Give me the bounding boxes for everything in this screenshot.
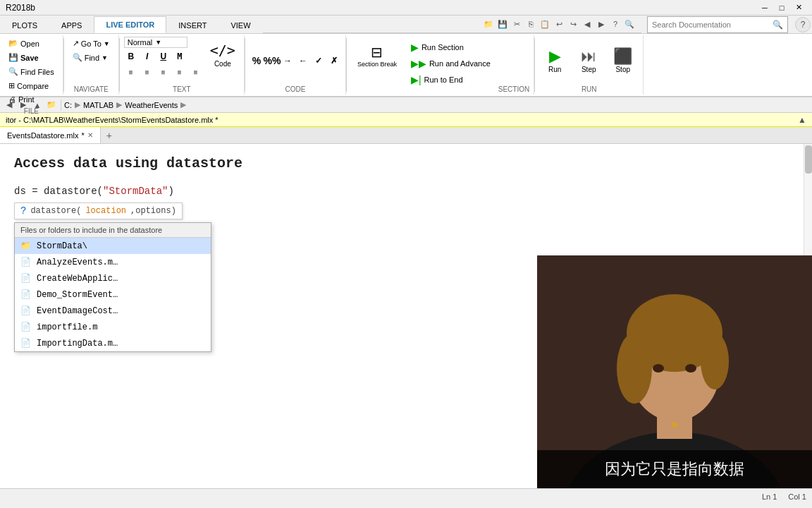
ribbon-group-section: ⊟ Section Break ▶ Run Section ▶▶ Run and… xyxy=(347,35,534,95)
redo-icon[interactable]: ↪ xyxy=(567,18,579,30)
section-break-button[interactable]: ⊟ Section Break xyxy=(351,37,403,75)
file-tab-0[interactable]: EventsDatastore.mlx * ✕ xyxy=(0,127,101,143)
tab-live-editor[interactable]: LIVE EDITOR xyxy=(94,16,166,33)
nav-up-icon[interactable]: ▲ xyxy=(31,99,44,111)
find-button[interactable]: 🔍 Find ▼ xyxy=(68,51,112,64)
align-left-button[interactable]: ≡ xyxy=(124,65,138,79)
filepath-bar: itor - C:\MATLAB\WeatherEvents\StormEven… xyxy=(0,113,812,127)
tab-insert[interactable]: INSERT xyxy=(166,16,219,33)
ribbon-group-code: % %% → ← ✓ ✗ CODE xyxy=(245,35,346,95)
ribbon-group-run: ▶ Run ⏭ Step ⬛ Stop RUN xyxy=(535,35,644,95)
step-button[interactable]: ⏭ Step xyxy=(573,44,604,77)
folder-icon[interactable]: 📁 xyxy=(482,18,495,30)
open-button[interactable]: 📂 Open xyxy=(4,37,44,50)
indent-in-button[interactable]: → xyxy=(281,54,295,68)
nav-back-icon[interactable]: ◀ xyxy=(581,18,593,30)
dropdown-item-0[interactable]: 📁 StormData\ xyxy=(15,238,211,254)
code-button[interactable]: </> Code xyxy=(206,37,240,72)
nav-right-icon[interactable]: ▶ xyxy=(17,99,30,111)
minimize-button[interactable]: ─ xyxy=(757,1,773,14)
save-button[interactable]: 💾 Save xyxy=(4,51,43,64)
paste-icon[interactable]: 📋 xyxy=(539,18,551,30)
help-docs-icon[interactable]: ? xyxy=(795,17,811,32)
run-section-button[interactable]: ▶ Run Section xyxy=(406,40,496,55)
breadcrumb-sep-2: ▶ xyxy=(116,100,122,109)
underline-button[interactable]: U xyxy=(156,49,171,64)
undo-icon[interactable]: ↩ xyxy=(553,18,565,30)
autocomplete-hint: ? datastore(location,options) xyxy=(14,202,183,219)
dropdown-item-2[interactable]: 📄 CreateWebApplic… xyxy=(15,270,211,286)
style-dropdown[interactable]: Normal ▼ xyxy=(124,37,187,48)
file-icon-2: 📄 xyxy=(20,273,31,284)
tab-view[interactable]: VIEW xyxy=(219,16,262,33)
hint-param: location xyxy=(85,206,126,216)
close-button[interactable]: ✕ xyxy=(791,1,806,14)
dropdown-item-6[interactable]: 📄 ImportingData.m… xyxy=(15,335,211,351)
align-right-button[interactable]: ≡ xyxy=(156,65,171,79)
comment-button[interactable]: ✓ xyxy=(312,54,326,68)
dropdown-item-label-6: ImportingData.m… xyxy=(37,339,118,349)
indent-button[interactable]: ≡ xyxy=(189,65,203,79)
search-box[interactable]: 🔍 xyxy=(647,16,788,33)
file-icon-6: 📄 xyxy=(20,338,31,349)
browse-folder-icon[interactable]: 📁 xyxy=(45,99,58,111)
breadcrumb-item-weatherevents[interactable]: WeatherEvents xyxy=(125,101,178,109)
bold-button[interactable]: B xyxy=(124,49,138,64)
run-end-button[interactable]: ▶| Run to End xyxy=(406,72,496,87)
search-input[interactable] xyxy=(652,20,773,29)
breadcrumb-item-matlab[interactable]: MATLAB xyxy=(83,101,113,109)
percent-button[interactable]: % xyxy=(250,54,264,68)
stop-button[interactable]: ⬛ Stop xyxy=(607,44,639,77)
search-submit-icon[interactable]: 🔍 xyxy=(773,20,783,30)
compare-button[interactable]: ⊞ Compare xyxy=(4,79,53,92)
uncomment-button[interactable]: ✗ xyxy=(327,54,341,68)
svg-point-7 xyxy=(653,364,664,373)
scroll-thumb[interactable] xyxy=(805,145,812,174)
file-tab-close-0[interactable]: ✕ xyxy=(87,131,93,139)
percent2-button[interactable]: %% xyxy=(265,54,279,68)
nav-fwd-icon[interactable]: ▶ xyxy=(595,18,608,30)
breadcrumb-item-c[interactable]: C: xyxy=(64,101,72,109)
collapse-button[interactable]: ▲ xyxy=(798,115,806,125)
italic-button[interactable]: I xyxy=(140,49,154,64)
align-justify-button[interactable]: ≡ xyxy=(173,65,187,79)
cut-icon[interactable]: ✂ xyxy=(510,18,523,30)
align-center-button[interactable]: ≡ xyxy=(140,65,154,79)
indent-out-button[interactable]: ← xyxy=(296,54,310,68)
run-group-label: RUN xyxy=(582,84,597,93)
dropdown-item-3[interactable]: 📄 Demo_StormEvent… xyxy=(15,286,211,303)
svg-point-6 xyxy=(701,333,729,389)
help-icon[interactable]: ? xyxy=(609,18,622,30)
tab-apps[interactable]: APPS xyxy=(49,16,94,33)
dropdown-item-1[interactable]: 📄 AnalyzeEvents.m… xyxy=(15,254,211,270)
tab-plots[interactable]: PLOTS xyxy=(0,16,49,33)
code-prefix: ds = datastore( xyxy=(14,186,103,197)
search-icon[interactable]: 🔍 xyxy=(623,18,636,30)
nav-left-icon[interactable]: ◀ xyxy=(3,99,16,111)
code-line[interactable]: ds = datastore("StormData") xyxy=(14,186,789,197)
code-icon: </> xyxy=(210,42,235,59)
nav-sep xyxy=(61,99,61,111)
code-string: "StormData" xyxy=(103,186,168,197)
breadcrumb-sep-1: ▶ xyxy=(75,100,80,109)
ribbon-tabs: PLOTS APPS LIVE EDITOR INSERT VIEW 📁 💾 ✂… xyxy=(0,16,812,34)
video-overlay: 因为它只是指向数据 xyxy=(537,255,812,488)
dropdown-item-4[interactable]: 📄 EventDamageCost… xyxy=(15,303,211,319)
file-path-text: itor - C:\MATLAB\WeatherEvents\StormEven… xyxy=(6,116,219,124)
status-position: Ln 1 xyxy=(762,492,777,501)
copy-icon[interactable]: ⎘ xyxy=(524,18,537,30)
run-button[interactable]: ▶ Run xyxy=(539,44,570,77)
goto-button[interactable]: ↗ Go To ▼ xyxy=(68,37,114,50)
status-bar: Ln 1 Col 1 xyxy=(0,488,812,504)
dropdown-item-5[interactable]: 📄 importfile.m xyxy=(15,319,211,335)
dropdown-item-label-5: importfile.m xyxy=(37,322,97,332)
breadcrumb-sep-3: ▶ xyxy=(180,100,186,109)
monospace-button[interactable]: M xyxy=(173,49,187,64)
hint-help-icon[interactable]: ? xyxy=(20,205,26,217)
run-advance-button[interactable]: ▶▶ Run and Advance xyxy=(406,56,496,71)
add-tab-button[interactable]: + xyxy=(101,128,118,143)
restore-button[interactable]: □ xyxy=(774,1,789,14)
section-break-icon: ⊟ xyxy=(371,44,383,61)
save-icon[interactable]: 💾 xyxy=(496,18,509,30)
find-files-button[interactable]: 🔍 Find Files xyxy=(4,65,59,78)
